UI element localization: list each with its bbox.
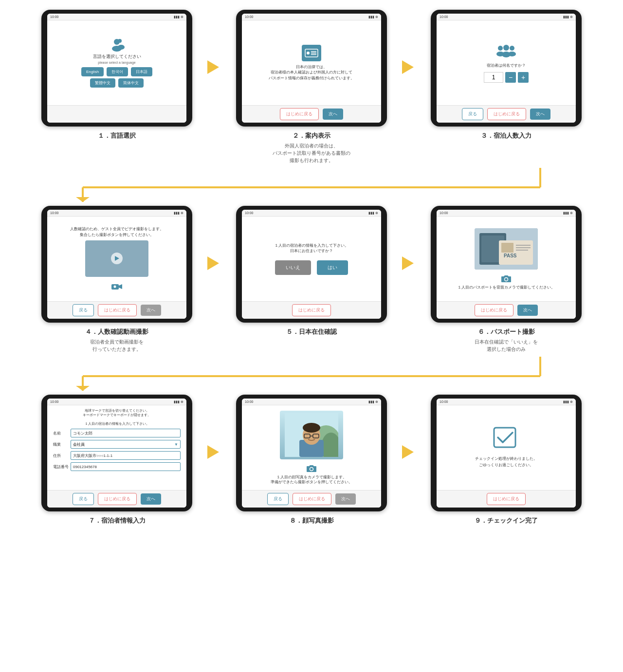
back-to-top-btn-7[interactable]: はじめに戻る [98,493,137,505]
field-dropdown-job[interactable]: 会社員 ▼ [71,440,181,449]
connector-1-2 [19,168,604,202]
field-input-phone[interactable] [71,462,181,471]
chevron-right-icon-6 [400,443,418,461]
back-to-top-btn-3[interactable]: はじめに戻る [487,108,526,120]
increment-btn[interactable]: + [518,72,529,83]
page-container: 10:00 ▮▮▮ ⊕ 言語を選択してください please select a … [0,0,623,535]
svg-rect-31 [501,243,513,253]
dropdown-arrow: ▼ [174,442,178,447]
lang-btn-simp-chinese[interactable]: 简体中文 [118,78,144,88]
tablet-footer-6: はじめに戻る 次へ [437,301,576,319]
connector-svg-2 [19,357,604,391]
play-button[interactable] [111,253,123,264]
back-btn-3[interactable]: 戻る [462,108,483,120]
chevron-right-icon-4 [400,254,418,272]
decrement-btn[interactable]: − [505,72,516,83]
chevron-right-icon-1 [205,58,223,76]
next-btn-6[interactable]: 次へ [517,305,538,316]
tablet-1: 10:00 ▮▮▮ ⊕ 言語を選択してください please select a … [41,10,192,127]
svg-marker-20 [76,197,90,202]
flow-row-2: 10:00 ▮▮▮ ⊕ 人数確認のため、ゲスト全員でビデオ撮影をします。集合した… [19,206,604,353]
screen-content-4: 人数確認のため、ゲスト全員でビデオ撮影をします。集合したら撮影ボタンを押してくだ… [47,217,186,301]
status-bar-7: 10:00 ▮▮▮ ⊕ [47,399,186,405]
yes-btn[interactable]: はい [317,260,348,275]
play-icon [114,255,120,261]
arrow-right-6 [399,443,419,461]
tablet-screen-9: 10:00 ▮▮▮ ⊕ チェックイン処理が終わりました。ごゆっくりお過ごしくださ… [437,399,576,508]
step-desc-2: 外国人宿泊者の場合は、パスポート読取り番号がある書類の撮影も行われます。 [273,142,350,164]
tablet-screen-1: 10:00 ▮▮▮ ⊕ 言語を選択してください please select a … [47,14,186,123]
status-icons-7: ▮▮▮ ⊕ [174,400,183,404]
svg-point-6 [307,52,310,54]
svg-point-3 [118,45,125,50]
flow-item-3: 10:00 ▮▮▮ ⊕ 宿泊者は何名ですか？ [419,10,594,140]
status-bar-6: 10:00 ▮▮▮ ⊕ [437,210,576,217]
next-btn-7[interactable]: 次へ [141,493,161,505]
lang-btn-trad-chinese[interactable]: 繁體中文 [90,78,115,88]
screen-content-2: 日本の法律では、 宿泊者様の本人確認および外国人の方に対して パスポート情報の保… [242,20,381,105]
screen-content-8: １人目の顔写真をカメラで撮影します。準備ができたら撮影ボタンを押してください。 [242,405,381,490]
no-btn[interactable]: いいえ [275,260,311,275]
time-4: 10:00 [50,211,59,215]
next-btn-4[interactable]: 次へ [141,305,161,316]
tablet-footer-7: 戻る はじめに戻る 次へ [47,490,186,508]
step-caption-1: １．言語選択 [98,131,136,140]
chevron-right-icon-5 [205,443,223,461]
tablet-screen-2: 10:00 ▮▮▮ ⊕ [242,14,381,123]
next-btn-3[interactable]: 次へ [530,109,550,120]
back-to-top-btn-6[interactable]: はじめに戻る [475,304,513,316]
form-field-name: 名前 [53,429,181,437]
step-desc-4: 宿泊者全員で動画撮影を行っていただきます。 [85,338,148,353]
step-caption-2: ２．案内表示 外国人宿泊者の場合は、パスポート読取り番号がある書類の撮影も行われ… [273,131,350,164]
face-illustration [285,413,338,457]
screen-content-9: チェックイン処理が終わりました。ごゆっくりお過ごしください。 [437,405,576,490]
back-to-top-btn-2[interactable]: はじめに戻る [280,108,319,120]
next-btn-8[interactable]: 次へ [335,493,356,505]
lang-btn-korean[interactable]: 한국어 [107,67,128,76]
back-to-top-btn-8[interactable]: はじめに戻る [293,493,331,505]
lang-subtitle: please select a language [98,61,135,64]
back-to-top-btn-9[interactable]: はじめに戻る [487,493,526,505]
lang-btn-japanese[interactable]: 日本語 [131,67,152,76]
svg-marker-26 [402,256,414,270]
lang-title: 言語を選択してください [93,54,141,60]
screen-content-5: １人目の宿泊者の情報を入力して下さい。日本にお住まいですか？ いいえ はい [242,217,381,301]
tablet-screen-8: 10:00 ▮▮▮ ⊕ [242,399,381,508]
back-btn-7[interactable]: 戻る [73,493,94,505]
back-btn-4[interactable]: 戻る [73,304,94,316]
step-number-1: １．言語選択 [98,131,136,140]
lang-row-1: English 한국어 日本語 [81,67,152,76]
step-number-4: ４．人数確認動画撮影 [85,327,148,336]
time-9: 10:00 [440,400,448,403]
complete-message: チェックイン処理が終わりました。ごゆっくりお過ごしください。 [475,456,537,469]
tablet-screen-6: 10:00 ▮▮▮ ⊕ [437,210,576,319]
lang-btn-english[interactable]: English [81,67,104,76]
arrow-right-5 [204,443,224,461]
status-bar-4: 10:00 ▮▮▮ ⊕ [47,210,186,217]
time-left: 10:00 [50,15,59,18]
japan-question: １人目の宿泊者の情報を入力して下さい。日本にお住まいですか？ [275,243,348,254]
field-label-address: 住所 [53,453,71,458]
lang-row-2: 繁體中文 简体中文 [90,78,144,88]
screen-content-7: 地球マークで言語を切り替えてください。 キーボードマークでキーボードが隠せます。… [47,405,186,490]
step-caption-6: ６．パスポート撮影 日本在住確認で「いいえ」を選択した場合のみ [475,327,538,353]
arrow-right-1 [204,58,224,76]
flow-item-5: 10:00 ▮▮▮ ⊕ １人目の宿泊者の情報を入力して下さい。日本にお住まいです… [224,206,399,336]
face-instruction: １人目の顔写真をカメラで撮影します。準備ができたら撮影ボタンを押してください。 [271,475,352,485]
notice-text: 日本の法律では、 宿泊者様の本人確認および外国人の方に対して パスポート情報の保… [269,64,354,81]
step-caption-7: ７．宿泊者情報入力 [89,516,146,525]
next-btn-2[interactable]: 次へ [323,109,343,120]
time-8: 10:00 [245,400,254,403]
id-card-icon [305,48,318,58]
field-input-address[interactable] [71,451,181,460]
back-to-top-btn-5[interactable]: はじめに戻る [292,304,331,316]
back-btn-8[interactable]: 戻る [267,493,289,505]
svg-marker-41 [207,445,219,459]
screen-content-1: 言語を選択してください please select a language Eng… [47,20,186,105]
field-input-name[interactable] [71,429,181,437]
form-field-phone: 電話番号 [53,462,181,471]
back-to-top-btn-4[interactable]: はじめに戻る [98,304,137,316]
tablet-footer-5: はじめに戻る [242,301,381,319]
status-icons-8: ▮▮▮ ⊕ [368,400,378,404]
step-number-6: ６．パスポート撮影 [475,327,538,336]
